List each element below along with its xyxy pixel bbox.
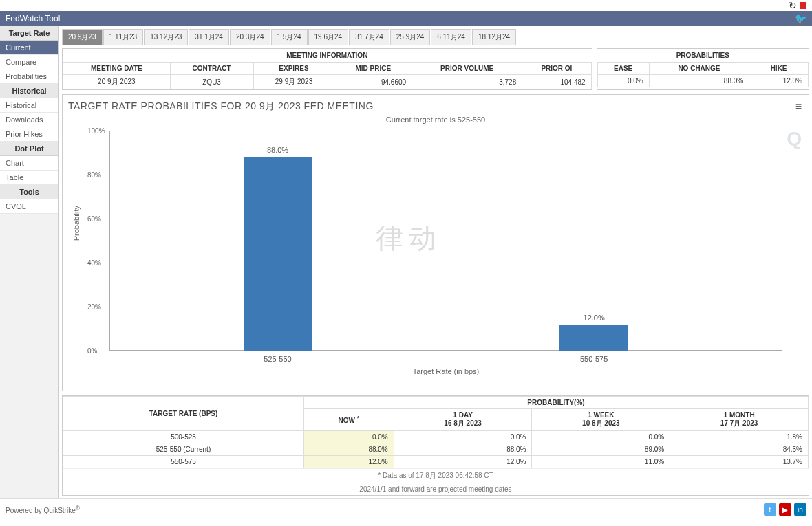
table-cell: 94.6600	[334, 75, 412, 89]
table-header: PROBABILITY(%)	[304, 397, 809, 409]
table-cell: 550-575	[63, 456, 304, 468]
sidebar-item-current[interactable]: Current	[0, 41, 58, 55]
sidebar-item-compare[interactable]: Compare	[0, 55, 58, 69]
tab-meeting-date[interactable]: 6 11月24	[431, 29, 471, 45]
y-axis-label: Probability	[72, 206, 81, 241]
table-row: 550-57512.0%12.0%11.0%13.7%	[63, 456, 809, 468]
x-axis-label: Target Rate (in bps)	[109, 367, 782, 375]
tab-meeting-date[interactable]: 25 9月24	[390, 29, 431, 45]
chart-container: TARGET RATE PROBABILITIES FOR 20 9月 2023…	[62, 94, 809, 391]
expand-icon[interactable]	[800, 2, 806, 9]
sidebar-item-prior-hikes[interactable]: Prior Hikes	[0, 127, 58, 142]
sidebar-item-historical[interactable]: Historical	[0, 98, 58, 113]
sidebar-item-cvol[interactable]: CVOL	[0, 199, 58, 214]
sidebar-item-chart[interactable]: Chart	[0, 156, 58, 171]
bar-category-label: 525-550	[244, 351, 312, 363]
table-cell: 0.0%	[532, 431, 670, 443]
table-cell: 500-525	[63, 431, 304, 443]
chart-bar: 12.0%550-575	[559, 325, 628, 351]
linkedin-footer-icon[interactable]: in	[794, 503, 806, 516]
table-cell: 13.7%	[670, 456, 809, 468]
meeting-info-title: MEETING INFORMATION	[63, 49, 592, 62]
table-header: PRIOR OI	[522, 63, 591, 75]
table-cell: 29 9月 2023	[253, 75, 334, 89]
app-title: FedWatch Tool	[6, 14, 60, 23]
table-cell: 89.0%	[532, 443, 670, 456]
tab-meeting-date[interactable]: 18 12月24	[472, 29, 516, 45]
tab-meeting-date[interactable]: 31 7月24	[349, 29, 389, 45]
table-cell: 12.0%	[304, 456, 394, 468]
table-cell: 525-550 (Current)	[63, 443, 304, 456]
sidebar-item-table[interactable]: Table	[0, 171, 58, 185]
sidebar-header: Target Rate	[0, 26, 58, 41]
table-cell: 12.0%	[394, 456, 532, 468]
table-header: CONTRACT	[170, 63, 253, 75]
table-row: 500-5250.0%0.0%0.0%1.8%	[63, 431, 809, 443]
table-header: HIKE	[749, 63, 809, 75]
table-cell: 20 9月 2023	[63, 75, 171, 89]
probabilities-table: EASENO CHANGEHIKE 0.0%88.0%12.0%	[597, 62, 809, 87]
tab-meeting-date[interactable]: 31 1月24	[189, 29, 229, 45]
table-cell: 0.0%	[304, 431, 394, 443]
forward-note: 2024/1/1 and forward are projected meeti…	[63, 483, 809, 495]
sidebar-item-downloads[interactable]: Downloads	[0, 113, 58, 127]
y-tick-label: 80%	[87, 171, 101, 179]
table-header: MID PRICE	[334, 63, 412, 75]
table-header: NO CHANGE	[649, 63, 749, 75]
history-table: TARGET RATE (BPS)PROBABILITY(%)NOW *1 DA…	[63, 396, 809, 468]
tab-meeting-date[interactable]: 20 9月23	[62, 29, 103, 45]
bar-value-label: 12.0%	[559, 314, 628, 322]
sidebar-header: Dot Plot	[0, 142, 58, 156]
probabilities-title: PROBABILITIES	[597, 49, 809, 62]
table-cell: 11.0%	[532, 456, 670, 468]
table-cell: 0.0%	[597, 75, 649, 87]
table-cell: 1.8%	[670, 431, 809, 443]
tab-meeting-date[interactable]: 1 5月24	[271, 29, 308, 45]
twitter-icon[interactable]: 🐦	[795, 13, 806, 24]
table-header: 1 MONTH17 7月 2023	[670, 409, 809, 431]
powered-by: Powered by QuikStrike®	[6, 505, 80, 514]
table-header: TARGET RATE (BPS)	[63, 397, 304, 431]
y-tick-label: 40%	[87, 259, 101, 267]
table-header: NOW *	[304, 409, 394, 431]
chart-subtitle: Current target rate is 525-550	[68, 116, 803, 124]
youtube-footer-icon[interactable]: ▶	[779, 503, 791, 516]
table-cell: 104,482	[522, 75, 591, 89]
chart-bar: 88.0%525-550	[244, 157, 312, 351]
chart-menu-icon[interactable]: ≡	[795, 100, 802, 113]
table-cell: 84.5%	[670, 443, 809, 456]
meeting-info-table: MEETING DATECONTRACTEXPIRESMID PRICEPRIO…	[63, 62, 592, 89]
table-cell: 3,728	[412, 75, 522, 89]
table-header: 1 WEEK10 8月 2023	[532, 409, 670, 431]
tab-meeting-date[interactable]: 20 3月24	[230, 29, 270, 45]
bar-category-label: 550-575	[559, 351, 628, 363]
table-header: EXPIRES	[253, 63, 334, 75]
table-cell: ZQU3	[170, 75, 253, 89]
table-cell: 88.0%	[304, 443, 394, 456]
y-tick-label: 100%	[87, 127, 105, 135]
refresh-icon[interactable]: ↻	[789, 0, 797, 11]
data-as-of-note: * Data as of 17 8月 2023 06:42:58 CT	[63, 468, 809, 483]
twitter-footer-icon[interactable]: t	[764, 503, 776, 516]
tab-meeting-date[interactable]: 1 11月23	[103, 29, 144, 45]
table-cell: 88.0%	[649, 75, 749, 87]
table-cell: 12.0%	[749, 75, 809, 87]
y-tick-label: 60%	[87, 215, 101, 223]
sidebar-header: Tools	[0, 185, 58, 199]
tab-meeting-date[interactable]: 19 6月24	[308, 29, 349, 45]
tab-meeting-date[interactable]: 13 12月23	[144, 29, 188, 45]
watermark-q-icon: Q	[787, 128, 802, 150]
table-cell: 88.0%	[394, 443, 532, 456]
bar-value-label: 88.0%	[244, 146, 312, 154]
y-tick-label: 0%	[87, 347, 97, 355]
table-row: 525-550 (Current)88.0%88.0%89.0%84.5%	[63, 443, 809, 456]
table-cell: 0.0%	[394, 431, 532, 443]
sidebar-item-probabilities[interactable]: Probabilities	[0, 69, 58, 84]
table-header: 1 DAY16 8月 2023	[394, 409, 532, 431]
sidebar-header: Historical	[0, 84, 58, 98]
table-header: PRIOR VOLUME	[412, 63, 522, 75]
table-header: MEETING DATE	[63, 63, 171, 75]
table-header: EASE	[597, 63, 649, 75]
chart-title: TARGET RATE PROBABILITIES FOR 20 9月 2023…	[68, 100, 803, 113]
y-tick-label: 20%	[87, 303, 101, 311]
